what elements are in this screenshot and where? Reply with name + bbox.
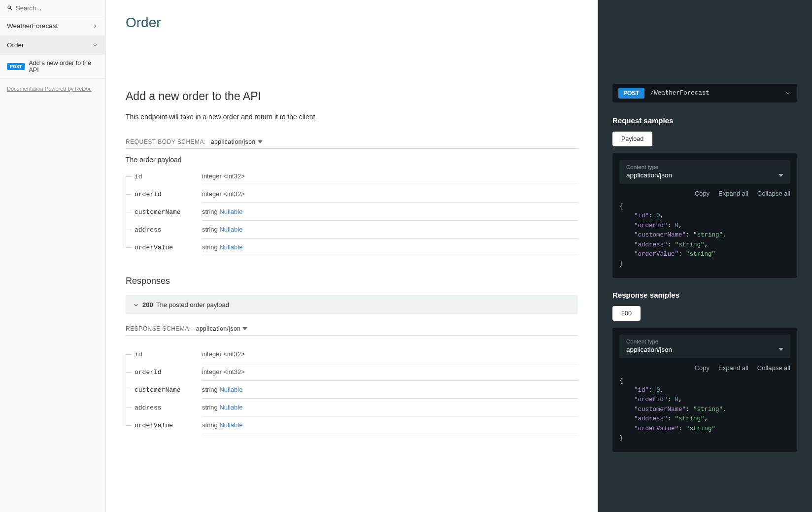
- response-code: 200: [142, 301, 153, 308]
- field-name[interactable]: customerName: [126, 203, 202, 221]
- field-row: customerNamestring Nullable: [126, 381, 578, 399]
- response-desc: The posted order payload: [156, 301, 229, 308]
- field-row: orderValuestring Nullable: [126, 416, 578, 434]
- endpoint-path: /WeatherForecast: [650, 90, 784, 97]
- response-content-type-box[interactable]: Content type application/json: [619, 335, 790, 358]
- payload-tab[interactable]: Payload: [612, 132, 652, 146]
- response-samples-title: Response samples: [612, 291, 797, 299]
- field-type: integer <int32>: [202, 185, 578, 203]
- chevron-right-icon: [92, 23, 99, 30]
- field-name[interactable]: orderValue: [126, 239, 202, 256]
- endpoint-method: POST: [618, 88, 644, 99]
- section-title: Order: [126, 15, 578, 31]
- caret-down-icon: [778, 173, 783, 178]
- field-type: string Nullable: [202, 239, 578, 256]
- endpoint-bar[interactable]: POST /WeatherForecast: [612, 84, 797, 102]
- content-right: POST /WeatherForecast Request samples Pa…: [598, 0, 812, 512]
- expand-all-button[interactable]: Expand all: [718, 190, 748, 197]
- copy-button[interactable]: Copy: [695, 364, 710, 372]
- code-actions: Copy Expand all Collapse all: [619, 364, 790, 372]
- field-row: orderIdinteger <int32>: [126, 363, 578, 381]
- nav-subitem-add-order[interactable]: POST Add a new order to the API: [0, 55, 105, 79]
- field-row: orderIdinteger <int32>: [126, 185, 578, 203]
- content-type-value: application/json: [626, 171, 672, 179]
- field-row: idinteger <int32>: [126, 168, 578, 185]
- search-box[interactable]: [0, 0, 105, 16]
- request-samples-title: Request samples: [612, 116, 797, 125]
- request-schema-header: REQUEST BODY SCHEMA: application/json: [126, 138, 578, 149]
- field-name[interactable]: address: [126, 399, 202, 416]
- responses-title: Responses: [126, 276, 578, 286]
- request-schema-desc: The order payload: [126, 156, 578, 164]
- chevron-down-icon: [92, 42, 99, 49]
- response-200-tab[interactable]: 200: [612, 306, 641, 321]
- request-fields: idinteger <int32>orderIdinteger <int32>c…: [126, 168, 578, 256]
- field-row: orderValuestring Nullable: [126, 239, 578, 256]
- field-type: string Nullable: [202, 416, 578, 434]
- caret-down-icon: [258, 139, 263, 144]
- method-badge: POST: [7, 63, 25, 70]
- response-json: { "id": 0, "orderId": 0, "customerName":…: [619, 376, 790, 444]
- field-row: idinteger <int32>: [126, 345, 578, 363]
- response-sample-box: Content type application/json Copy Expan…: [612, 328, 797, 452]
- field-name[interactable]: address: [126, 221, 202, 239]
- main: Order Add a new order to the API This en…: [106, 0, 812, 512]
- content-type-label: Content type: [626, 164, 783, 170]
- field-name[interactable]: orderId: [126, 363, 202, 381]
- field-type: integer <int32>: [202, 363, 578, 381]
- request-schema-label: REQUEST BODY SCHEMA:: [126, 138, 206, 145]
- response-content-type-selector[interactable]: application/json: [196, 325, 248, 332]
- field-name[interactable]: customerName: [126, 381, 202, 399]
- field-row: addressstring Nullable: [126, 399, 578, 416]
- search-icon: [7, 4, 13, 12]
- response-schema-label: RESPONSE SCHEMA:: [126, 325, 191, 332]
- nav-item-order[interactable]: Order: [0, 35, 105, 55]
- chevron-down-icon: [133, 302, 139, 308]
- field-name[interactable]: orderId: [126, 185, 202, 203]
- operation-title: Add a new order to the API: [126, 90, 578, 103]
- field-type: integer <int32>: [202, 168, 578, 185]
- field-type: integer <int32>: [202, 345, 578, 363]
- collapse-all-button[interactable]: Collapse all: [757, 190, 790, 197]
- operation-description: This endpoint will take in a new order a…: [126, 113, 578, 121]
- field-row: customerNamestring Nullable: [126, 203, 578, 221]
- chevron-down-icon: [784, 90, 791, 97]
- request-json: { "id": 0, "orderId": 0, "customerName":…: [619, 202, 790, 269]
- field-type: string Nullable: [202, 221, 578, 239]
- content-type-label: Content type: [626, 339, 783, 344]
- expand-all-button[interactable]: Expand all: [718, 364, 748, 372]
- nav-item-weatherforecast[interactable]: WeatherForecast: [0, 16, 105, 35]
- field-type: string Nullable: [202, 381, 578, 399]
- redoc-credit-link[interactable]: Documentation Powered by ReDoc: [0, 79, 105, 99]
- response-schema-header: RESPONSE SCHEMA: application/json: [126, 325, 578, 336]
- request-content-type-selector[interactable]: application/json: [211, 138, 263, 145]
- field-type: string Nullable: [202, 203, 578, 221]
- caret-down-icon: [242, 326, 247, 331]
- caret-down-icon: [778, 347, 783, 352]
- field-name[interactable]: id: [126, 168, 202, 185]
- sidebar: WeatherForecast Order POST Add a new ord…: [0, 0, 106, 512]
- search-input[interactable]: [16, 4, 99, 12]
- content-left: Order Add a new order to the API This en…: [106, 0, 598, 512]
- nav-item-label: WeatherForecast: [7, 22, 58, 30]
- request-content-type-box[interactable]: Content type application/json: [619, 160, 790, 184]
- code-actions: Copy Expand all Collapse all: [619, 190, 790, 197]
- response-200-bar[interactable]: 200 The posted order payload: [126, 295, 578, 314]
- request-sample-box: Content type application/json Copy Expan…: [612, 153, 797, 278]
- nav-subitem-label: Add a new order to the API: [29, 60, 99, 73]
- response-fields: idinteger <int32>orderIdinteger <int32>c…: [126, 345, 578, 434]
- field-type: string Nullable: [202, 399, 578, 416]
- collapse-all-button[interactable]: Collapse all: [757, 364, 790, 372]
- content-type-value: application/json: [626, 346, 672, 353]
- field-name[interactable]: id: [126, 345, 202, 363]
- field-name[interactable]: orderValue: [126, 416, 202, 434]
- field-row: addressstring Nullable: [126, 221, 578, 239]
- nav-item-label: Order: [7, 41, 24, 49]
- copy-button[interactable]: Copy: [695, 190, 710, 197]
